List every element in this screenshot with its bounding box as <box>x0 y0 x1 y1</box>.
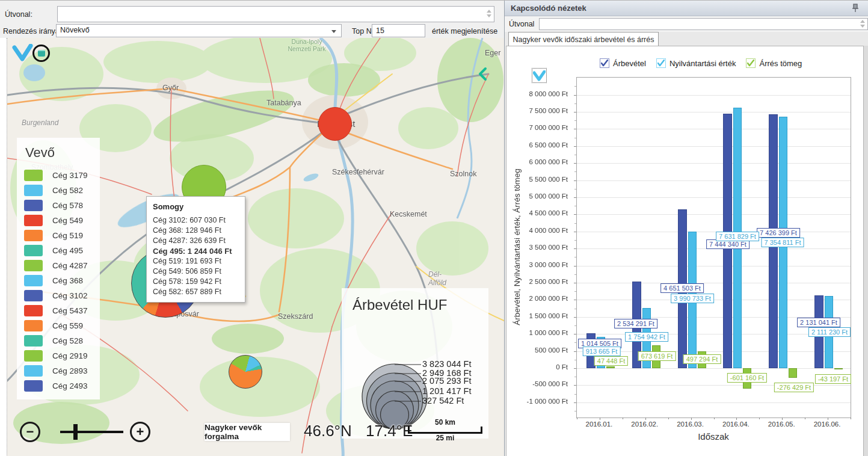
value-label: 673 619 Ft <box>638 351 676 361</box>
panel-utvonal-label: Útvonal <box>509 20 534 28</box>
legend-item: Cég 2919 <box>24 348 93 363</box>
scalebar-line <box>408 427 482 434</box>
panel-utvonal-spinner[interactable] <box>860 20 865 28</box>
y-tick <box>574 334 576 334</box>
zoom-out-button[interactable]: − <box>20 422 40 442</box>
spinner-down-icon[interactable] <box>487 14 491 17</box>
spinner-down-icon[interactable] <box>860 25 865 28</box>
value-label: 2 534 291 Ft <box>614 319 657 328</box>
collapse-chevron-icon[interactable] <box>478 67 487 81</box>
series-legend-item[interactable]: Árbevétel <box>600 58 646 68</box>
map-pie-small[interactable] <box>229 355 262 389</box>
series-checkbox[interactable] <box>656 58 666 68</box>
utvonal-spinner[interactable] <box>487 10 491 17</box>
x-tick-label: 2016.04. <box>722 421 749 428</box>
gridline <box>577 368 851 369</box>
utvonal-input[interactable] <box>57 6 494 22</box>
y-minor-tick <box>574 103 576 104</box>
map-tooltip: Somogy Cég 3102: 607 030 FtCég 368: 128 … <box>146 196 245 303</box>
y-tick-label: 8 000 000 Ft <box>529 90 568 97</box>
map-label: Szekszárd <box>278 312 313 321</box>
lasso-select-icon[interactable] <box>12 44 34 62</box>
y-tick-label: 3 000 000 Ft <box>529 261 568 268</box>
zoom-in-button[interactable]: + <box>130 422 150 442</box>
map-label: Dél-Alföld <box>428 270 446 287</box>
value-label: 497 294 Ft <box>683 354 721 364</box>
map-label: Duna-Ipoly Nemzeti Park <box>283 38 331 52</box>
legend-item-label: Cég 559 <box>52 321 83 330</box>
y-tick-label: 5 000 000 Ft <box>529 193 568 200</box>
zoom-slider-track[interactable] <box>60 431 123 433</box>
y-tick <box>574 385 576 386</box>
y-tick-label: 0 Ft <box>556 363 568 371</box>
size-legend-value: 327 542 Ft <box>422 396 464 405</box>
bar-Árrés tömeg[interactable] <box>834 368 843 369</box>
window-edge-splitter[interactable] <box>0 38 7 456</box>
pin-icon[interactable] <box>851 4 860 13</box>
tooltip-rows: Cég 3102: 607 030 FtCég 368: 128 946 FtC… <box>153 215 239 297</box>
y-tick <box>574 266 576 267</box>
y-minor-tick <box>574 342 576 343</box>
map-label: Burgenland <box>22 119 58 127</box>
gridline <box>577 214 851 215</box>
x-tick <box>645 417 646 420</box>
gridline <box>577 266 851 267</box>
x-minor-tick <box>714 417 715 419</box>
bar-Árrés tömeg[interactable] <box>789 368 797 378</box>
tab-nagyker-vevok[interactable]: Nagyker vevők időszaki árbevétel és árré… <box>508 32 659 47</box>
legend-item-label: Cég 519 <box>52 231 83 240</box>
legend-swatch <box>24 200 43 211</box>
chevron-down-icon[interactable] <box>331 30 336 33</box>
panel-utvonal-input[interactable] <box>539 18 868 30</box>
spinner-up-icon[interactable] <box>860 20 865 23</box>
legend-item-label: Cég 578 <box>52 201 83 210</box>
legend-item-label: Cég 4287 <box>52 261 88 270</box>
check-icon <box>747 60 754 67</box>
legend-swatch <box>24 335 43 347</box>
legend-item: Cég 4287 <box>24 258 93 273</box>
scale-km-label: 50 km <box>408 418 482 427</box>
panel-title: Kapcsolódó nézetek <box>511 4 586 13</box>
spinner-up-icon[interactable] <box>487 10 491 13</box>
value-label: -601 160 Ft <box>727 373 767 383</box>
y-minor-tick <box>574 206 576 206</box>
map-bubble-budapest[interactable] <box>318 107 352 141</box>
topn-input[interactable] <box>372 24 425 37</box>
series-checkbox[interactable] <box>746 58 756 68</box>
gridline <box>577 197 851 198</box>
y-minor-tick <box>574 86 576 87</box>
legend-item: Cég 559 <box>24 318 93 333</box>
map-mode-button[interactable] <box>32 45 50 62</box>
zoom-slider-handle[interactable] <box>73 424 78 440</box>
legend-item-label: Cég 528 <box>52 336 83 345</box>
value-label: 7 354 811 Ft <box>762 238 804 247</box>
tooltip-row: Cég 519: 191 693 Ft <box>153 256 239 267</box>
check-icon <box>601 60 608 67</box>
legend-item-label: Cég 582 <box>52 186 83 195</box>
bar-Árrés tömeg[interactable] <box>606 366 615 368</box>
legend-item: Cég 368 <box>24 273 93 288</box>
y-minor-tick <box>574 189 576 189</box>
latitude-value: 46.6°N <box>304 422 352 440</box>
map-canvas[interactable]: BurgenlandSzombathelyGyőrTatabányaBudape… <box>7 38 504 456</box>
series-legend-item[interactable]: Nyilvántartási érték <box>656 58 736 68</box>
bar-chart-plot[interactable]: 1 014 505 Ft2 534 291 Ft4 651 503 Ft7 44… <box>576 77 851 418</box>
legend-item: Cég 5437 <box>24 303 93 318</box>
legend-swatch <box>24 305 43 316</box>
y-tick-label: 1 500 000 Ft <box>529 312 568 319</box>
y-tick-label: 7 500 000 Ft <box>529 107 568 114</box>
map-label: Tatabánya <box>266 99 301 107</box>
x-minor-tick <box>577 417 577 419</box>
y-tick <box>574 112 576 112</box>
y-minor-tick <box>574 274 576 275</box>
series-checkbox[interactable] <box>600 58 609 68</box>
x-minor-tick <box>851 417 851 419</box>
series-legend-item[interactable]: Árrés tömeg <box>746 58 802 68</box>
y-minor-tick <box>574 377 576 377</box>
tooltip-row: Cég 4287: 326 639 Ft <box>153 236 239 246</box>
chart-legend: ÁrbevételNyilvántartási értékÁrrés tömeg <box>600 58 802 68</box>
legend-item-label: Cég 5437 <box>52 306 88 315</box>
sort-direction-select[interactable]: Növekvő <box>56 24 342 37</box>
y-tick <box>574 129 576 129</box>
gridline <box>577 180 851 181</box>
